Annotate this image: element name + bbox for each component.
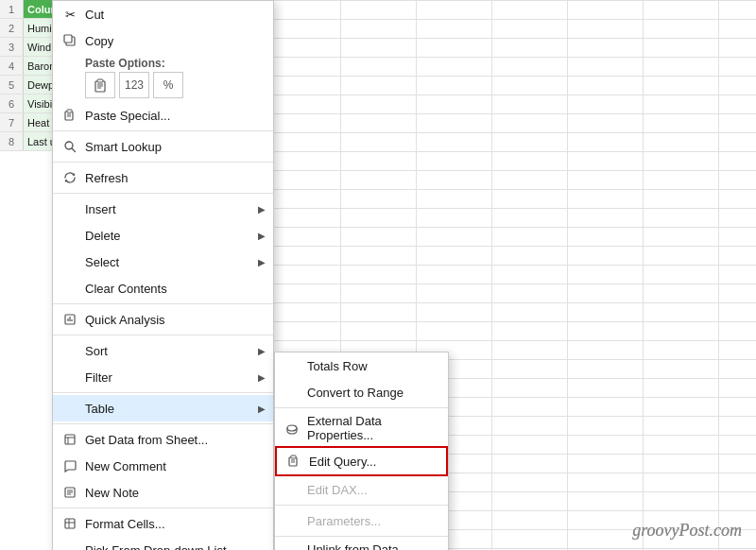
external-data-icon (283, 419, 301, 438)
menu-separator (53, 193, 273, 194)
refresh-icon (60, 168, 79, 187)
cut-icon: ✂ (60, 5, 79, 24)
submenu-arrow-icon: ▶ (258, 257, 266, 267)
menu-item-new-note[interactable]: New Note (53, 479, 273, 506)
menu-item-label: Convert to Range (307, 386, 440, 400)
menu-separator (53, 335, 273, 335)
menu-item-cut[interactable]: ✂ Cut (53, 1, 273, 27)
menu-item-select[interactable]: Select ▶ (53, 249, 273, 275)
menu-item-table[interactable]: Table ▶ (53, 395, 273, 421)
paste-icons-row[interactable]: 123 % (53, 70, 273, 102)
watermark-text: groovyPost.com (632, 521, 742, 541)
blank-icon (283, 356, 301, 375)
menu-separator (53, 392, 273, 393)
table-submenu[interactable]: Totals Row Convert to Range External Dat… (274, 352, 449, 550)
quick-analysis-icon (60, 310, 79, 329)
note-icon (60, 483, 79, 502)
blank-icon (60, 541, 79, 550)
menu-item-label: New Comment (85, 459, 266, 473)
svg-rect-24 (65, 519, 75, 528)
menu-separator (53, 423, 273, 424)
menu-item-new-comment[interactable]: New Comment (53, 453, 273, 479)
blank-icon (60, 252, 79, 271)
row-number: 8 (0, 132, 24, 150)
row-number: 3 (0, 38, 24, 56)
submenu-arrow-icon: ▶ (258, 372, 266, 383)
copy-icon (60, 31, 79, 50)
menu-item-label: Edit DAX... (307, 483, 440, 497)
paste-options-label: Paste Options: (53, 54, 273, 70)
menu-item-label: New Note (85, 486, 266, 500)
menu-item-label: Filter (85, 370, 258, 385)
blank-icon (60, 341, 79, 360)
menu-item-label: Totals Row (307, 359, 440, 373)
menu-item-smart-lookup[interactable]: Smart Lookup (53, 133, 273, 160)
blank-icon (60, 199, 79, 218)
menu-item-totals-row[interactable]: Totals Row (275, 352, 448, 379)
blank-icon (283, 480, 301, 499)
paste-icon-format[interactable]: % (153, 72, 183, 98)
menu-item-insert[interactable]: Insert ▶ (53, 196, 273, 222)
edit-query-icon (284, 452, 303, 471)
format-cells-icon (60, 514, 79, 533)
menu-item-copy[interactable]: Copy (53, 27, 273, 54)
menu-separator (53, 162, 273, 163)
smart-lookup-icon (60, 137, 79, 156)
menu-separator (275, 407, 448, 408)
primary-context-menu[interactable]: ✂ Cut Copy Paste Options: (52, 0, 274, 550)
menu-item-delete[interactable]: Delete ▶ (53, 222, 273, 249)
menu-item-edit-dax[interactable]: Edit DAX... (275, 476, 448, 503)
svg-line-12 (72, 148, 75, 151)
submenu-arrow-icon: ▶ (258, 404, 266, 414)
blank-icon (60, 279, 79, 298)
submenu-arrow-icon: ▶ (258, 346, 266, 356)
svg-rect-31 (291, 455, 296, 458)
row-number: 4 (0, 57, 24, 75)
blank-icon (60, 226, 79, 245)
menu-item-unlink[interactable]: Unlink from Data Source (275, 539, 448, 550)
menu-separator (53, 303, 273, 304)
svg-rect-1 (64, 35, 72, 43)
menu-item-format-cells[interactable]: Format Cells... (53, 510, 273, 537)
menu-item-label: Refresh (85, 171, 266, 185)
menu-item-get-data[interactable]: Get Data from Sheet... (53, 426, 273, 453)
menu-item-parameters[interactable]: Parameters... (275, 507, 448, 534)
menu-item-quick-analysis[interactable]: Quick Analysis (53, 306, 273, 333)
menu-item-label: Paste Special... (85, 109, 266, 123)
svg-rect-17 (65, 435, 75, 444)
menu-item-edit-query[interactable]: Edit Query... (275, 446, 448, 476)
menu-item-label: Copy (85, 34, 266, 48)
row-number: 6 (0, 95, 24, 112)
menu-item-paste-special[interactable]: Paste Special... (53, 102, 273, 129)
menu-item-label: Format Cells... (85, 517, 266, 531)
row-number: 1 (0, 0, 24, 18)
menu-item-label: Clear Contents (85, 282, 266, 296)
submenu-arrow-icon: ▶ (258, 231, 266, 241)
menu-item-refresh[interactable]: Refresh (53, 164, 273, 191)
menu-item-label: Insert (85, 202, 258, 216)
menu-item-label: Parameters... (307, 514, 440, 528)
menu-item-pick-dropdown[interactable]: Pick From Drop-down List... (53, 537, 273, 550)
blank-icon (60, 399, 79, 418)
paste-special-icon (60, 106, 79, 125)
row-number: 7 (0, 113, 24, 131)
blank-icon (283, 383, 301, 402)
blank-icon (283, 511, 301, 530)
paste-icon-clipboard[interactable] (85, 72, 115, 98)
submenu-arrow-icon: ▶ (258, 204, 266, 215)
menu-item-label: Cut (85, 8, 266, 22)
menu-item-label: External Data Properties... (307, 414, 440, 442)
menu-item-sort[interactable]: Sort ▶ (53, 337, 273, 364)
menu-item-label: Table (85, 402, 258, 416)
row-number: 5 (0, 76, 24, 94)
menu-item-convert-to-range[interactable]: Convert to Range (275, 379, 448, 405)
paste-icon-value[interactable]: 123 (119, 72, 149, 98)
menu-item-label: Delete (85, 229, 258, 243)
menu-item-clear-contents[interactable]: Clear Contents (53, 275, 273, 301)
menu-separator (53, 507, 273, 508)
row-number: 2 (0, 19, 24, 37)
menu-item-label: Smart Lookup (85, 140, 266, 154)
menu-item-label: Unlink from Data Source (307, 542, 440, 550)
menu-item-filter[interactable]: Filter ▶ (53, 364, 273, 390)
menu-item-external-data[interactable]: External Data Properties... (275, 410, 448, 446)
